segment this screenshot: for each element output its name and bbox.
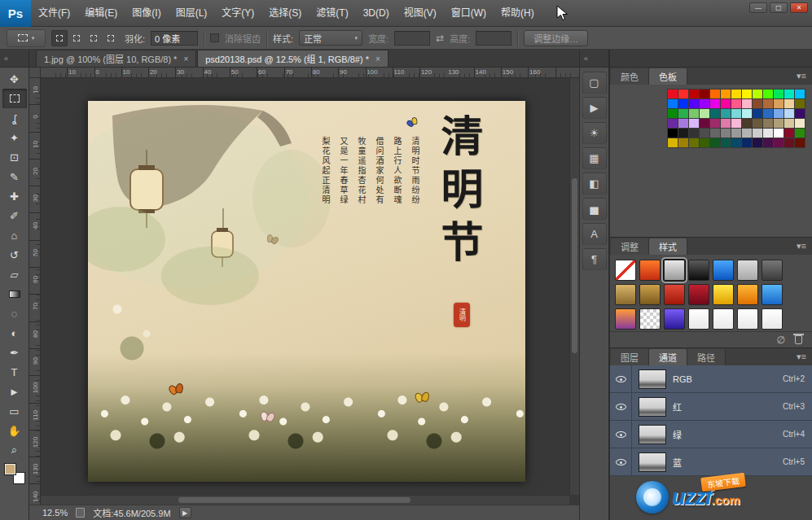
refine-edge-button[interactable]: 调整边缘… xyxy=(524,30,588,46)
style-gray-outline[interactable] xyxy=(664,260,685,281)
color-swatch-56[interactable] xyxy=(710,129,720,138)
menu-item-6[interactable]: 滤镜(T) xyxy=(309,0,355,27)
add-to-selection-button[interactable] xyxy=(68,30,85,46)
color-swatch-47[interactable] xyxy=(753,119,762,128)
menu-item-0[interactable]: 文件(F) xyxy=(31,0,77,27)
horizontal-ruler[interactable]: 1001020304050607080901001101201301401501… xyxy=(41,68,579,78)
style-red-flat[interactable] xyxy=(664,284,685,305)
color-swatch-35[interactable] xyxy=(763,109,773,118)
color-swatch-12[interactable] xyxy=(795,90,805,98)
panel-strip-collapse[interactable]: « xyxy=(580,50,608,68)
color-swatch-75[interactable] xyxy=(774,138,783,147)
menu-item-7[interactable]: 3D(D) xyxy=(356,0,397,27)
foreground-color-chip[interactable] xyxy=(4,463,16,475)
visibility-toggle[interactable] xyxy=(610,365,632,392)
properties-panel-icon[interactable]: ▢ xyxy=(582,72,607,94)
color-swatch-11[interactable] xyxy=(784,90,794,98)
minimize-button[interactable]: — xyxy=(749,2,767,13)
color-swatch-13[interactable] xyxy=(668,99,678,108)
tool-eraser[interactable]: ▱ xyxy=(2,264,27,284)
tool-type[interactable]: T xyxy=(2,362,27,382)
color-swatch-36[interactable] xyxy=(774,109,783,118)
color-swatch-54[interactable] xyxy=(689,129,699,138)
paragraph-panel-icon[interactable]: ¶ xyxy=(582,248,607,270)
tool-pen[interactable]: ✒ xyxy=(2,343,27,362)
close-button[interactable]: ✕ xyxy=(790,2,808,13)
color-swatch-22[interactable] xyxy=(763,99,773,108)
style-black-glossy[interactable] xyxy=(688,260,709,281)
style-tan[interactable] xyxy=(615,284,636,305)
tool-rectangular-marquee[interactable] xyxy=(2,89,27,108)
color-swatch-15[interactable] xyxy=(689,99,699,108)
color-swatch-74[interactable] xyxy=(763,138,773,147)
color-swatch-61[interactable] xyxy=(763,129,773,138)
style-white-1[interactable] xyxy=(688,308,709,330)
tab-图层[interactable]: 图层 xyxy=(611,349,649,365)
visibility-toggle[interactable] xyxy=(610,393,632,420)
channel-row-红[interactable]: 红Ctrl+3 xyxy=(610,393,812,421)
color-swatch-42[interactable] xyxy=(700,119,709,128)
menu-item-3[interactable]: 图层(L) xyxy=(169,0,215,27)
document-tab-1[interactable]: psd20138.psd @ 12.5% (组 1, RGB/8#) *× xyxy=(197,50,388,67)
tool-blur[interactable]: ◌ xyxy=(2,304,27,323)
menu-item-10[interactable]: 帮助(H) xyxy=(494,0,542,27)
color-swatch-30[interactable] xyxy=(710,109,720,118)
tool-brush[interactable]: ✐ xyxy=(2,206,27,225)
color-swatch-14[interactable] xyxy=(678,99,688,108)
horizontal-scrollbar-thumb[interactable] xyxy=(178,497,411,503)
color-swatch-9[interactable] xyxy=(763,90,773,98)
color-swatch-21[interactable] xyxy=(753,99,762,108)
color-swatch-59[interactable] xyxy=(742,129,752,138)
tool-spot-healing[interactable]: ✚ xyxy=(2,186,27,206)
tool-quick-selection[interactable]: ✦ xyxy=(2,128,27,147)
tool-crop[interactable]: ⊡ xyxy=(2,147,27,167)
style-silver[interactable] xyxy=(737,260,758,281)
vertical-scrollbar-thumb[interactable] xyxy=(572,178,577,353)
tool-history-brush[interactable]: ↺ xyxy=(2,245,27,264)
histogram-panel-icon[interactable]: ▅ xyxy=(582,198,607,220)
color-swatch-32[interactable] xyxy=(731,109,741,118)
color-swatch-26[interactable] xyxy=(668,109,678,118)
color-swatch-66[interactable] xyxy=(678,138,688,147)
color-swatch-1[interactable] xyxy=(678,90,688,98)
color-swatch-63[interactable] xyxy=(784,129,794,138)
panel-menu-icon[interactable]: ▾≡ xyxy=(797,352,806,362)
color-swatch-52[interactable] xyxy=(668,129,678,138)
color-swatch-2[interactable] xyxy=(689,90,699,98)
color-swatch-51[interactable] xyxy=(795,119,805,128)
height-input[interactable] xyxy=(476,31,511,46)
style-white-4[interactable] xyxy=(762,308,783,330)
open-document-canvas[interactable]: 清明时节雨纷纷路上行人欲断魂借问酒家何处有牧童遥指杏花村又是一年春草绿梨花风起正… xyxy=(88,101,525,482)
intersect-selection-button[interactable] xyxy=(103,30,119,46)
styles-panel-icon[interactable]: ▦ xyxy=(582,147,607,169)
style-blue-flat[interactable] xyxy=(762,284,783,305)
tab-色板[interactable]: 色板 xyxy=(649,68,687,85)
color-swatch-65[interactable] xyxy=(668,138,678,147)
color-swatch-27[interactable] xyxy=(678,109,688,118)
color-swatch-34[interactable] xyxy=(753,109,762,118)
color-swatch-5[interactable] xyxy=(721,90,731,98)
style-bronze[interactable] xyxy=(639,284,661,305)
color-swatch-4[interactable] xyxy=(710,90,720,98)
style-orange-glossy[interactable] xyxy=(737,284,758,305)
tool-eyedropper[interactable]: ✎ xyxy=(2,167,27,186)
subtract-from-selection-button[interactable] xyxy=(86,30,102,46)
color-swatch-77[interactable] xyxy=(795,138,805,147)
tool-zoom[interactable]: ⌕ xyxy=(2,440,27,460)
tool-gradient[interactable] xyxy=(2,284,27,304)
tool-hand[interactable]: ✋ xyxy=(2,421,27,440)
color-swatch-38[interactable] xyxy=(795,109,805,118)
color-swatch-3[interactable] xyxy=(700,90,709,98)
color-swatch-31[interactable] xyxy=(721,109,731,118)
color-swatch-60[interactable] xyxy=(753,129,762,138)
horizontal-scrollbar[interactable] xyxy=(41,495,569,505)
channel-row-绿[interactable]: 绿Ctrl+4 xyxy=(610,421,812,448)
color-swatch-72[interactable] xyxy=(742,138,752,147)
menu-item-4[interactable]: 文字(Y) xyxy=(214,0,261,27)
style-white-3[interactable] xyxy=(737,308,758,330)
actions-panel-icon[interactable]: ▶ xyxy=(582,97,607,119)
color-swatch-58[interactable] xyxy=(731,129,741,138)
color-swatch-70[interactable] xyxy=(721,138,731,147)
panel-menu-icon[interactable]: ▾≡ xyxy=(797,71,806,81)
color-swatch-7[interactable] xyxy=(742,90,752,98)
